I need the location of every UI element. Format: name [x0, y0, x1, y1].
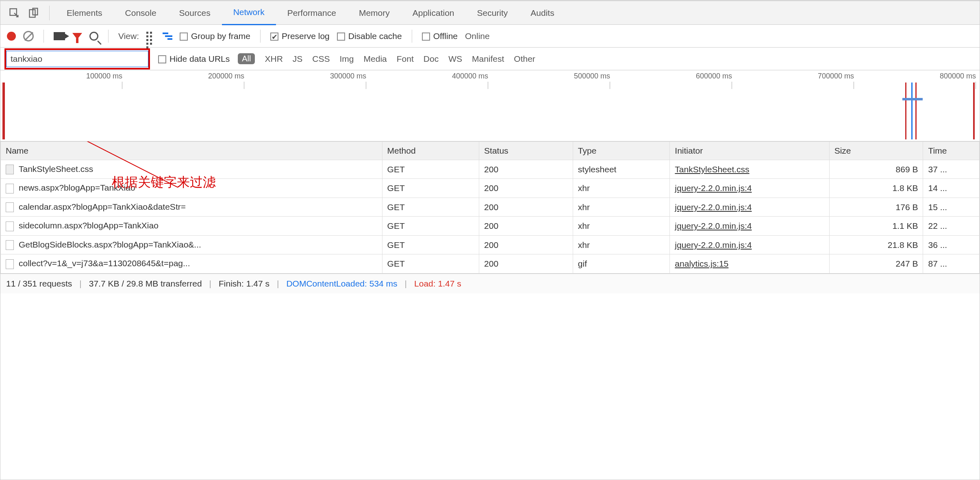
offline-label: Offline	[433, 31, 458, 41]
cell-type: xhr	[573, 198, 669, 216]
timeline-tick: 600000 ms	[610, 72, 732, 80]
cell-size: 869 B	[829, 160, 923, 179]
cell-size: 247 B	[829, 254, 923, 273]
column-name[interactable]: Name	[1, 142, 382, 160]
filter-type-img[interactable]: Img	[340, 54, 354, 64]
cell-time: 14 ...	[923, 179, 980, 198]
cell-initiator: TankStyleSheet.css	[670, 160, 829, 179]
tab-network[interactable]: Network	[222, 1, 276, 25]
tab-elements[interactable]: Elements	[55, 1, 114, 25]
annotation-text: 根据关键字来过滤	[112, 174, 216, 191]
cell-name[interactable]: sidecolumn.aspx?blogApp=TankXiao	[1, 217, 382, 235]
tab-memory[interactable]: Memory	[348, 1, 401, 25]
group-by-frame-label: Group by frame	[191, 31, 250, 41]
online-label[interactable]: Online	[465, 31, 490, 41]
initiator-link[interactable]: jquery-2.2.0.min.js:4	[675, 183, 752, 193]
cell-time: 22 ...	[923, 217, 980, 235]
timeline-tick: 200000 ms	[122, 72, 244, 80]
cell-method: GET	[382, 235, 479, 254]
hide-data-urls-checkbox[interactable]: Hide data URLs	[158, 54, 230, 64]
cell-initiator: jquery-2.2.0.min.js:4	[670, 235, 829, 254]
initiator-link[interactable]: jquery-2.2.0.min.js:4	[675, 240, 752, 250]
separator	[108, 30, 109, 43]
column-status[interactable]: Status	[479, 142, 573, 160]
cell-status: 200	[479, 160, 573, 179]
column-type[interactable]: Type	[573, 142, 669, 160]
tab-console[interactable]: Console	[114, 1, 168, 25]
separator	[412, 30, 412, 43]
status-dcl: DOMContentLoaded: 534 ms	[286, 279, 397, 289]
filter-type-css[interactable]: CSS	[312, 54, 330, 64]
column-initiator[interactable]: Initiator	[670, 142, 829, 160]
filter-type-manifest[interactable]: Manifest	[472, 54, 504, 64]
table-row[interactable]: collect?v=1&_v=j73&a=1130208645&t=pag...…	[1, 254, 980, 273]
offline-checkbox[interactable]: Offline	[422, 31, 458, 41]
tab-performance[interactable]: Performance	[276, 1, 348, 25]
disable-cache-checkbox[interactable]: Disable cache	[337, 31, 402, 41]
initiator-link[interactable]: jquery-2.2.0.min.js:4	[675, 202, 752, 212]
cell-name[interactable]: GetBlogSideBlocks.aspx?blogApp=TankXiao&…	[1, 235, 382, 254]
filter-type-all[interactable]: All	[238, 53, 255, 64]
filter-type-xhr[interactable]: XHR	[265, 54, 282, 64]
record-button[interactable]	[7, 32, 16, 41]
timeline-start-marker	[2, 83, 5, 139]
initiator-link[interactable]: TankStyleSheet.css	[675, 165, 749, 174]
waterfall-icon[interactable]	[163, 33, 172, 40]
overview-timeline[interactable]: 100000 ms200000 ms300000 ms400000 ms5000…	[0, 70, 980, 141]
filter-type-media[interactable]: Media	[364, 54, 387, 64]
cell-type: xhr	[573, 217, 669, 235]
timeline-load-marker-2	[915, 83, 917, 139]
table-row[interactable]: GetBlogSideBlocks.aspx?blogApp=TankXiao&…	[1, 235, 980, 254]
cell-name[interactable]: calendar.aspx?blogApp=TankXiao&dateStr=	[1, 198, 382, 216]
tab-application[interactable]: Application	[401, 1, 466, 25]
tab-audits[interactable]: Audits	[519, 1, 565, 25]
cell-method: GET	[382, 254, 479, 273]
tab-sources[interactable]: Sources	[168, 1, 222, 25]
preserve-log-checkbox[interactable]: Preserve log	[270, 31, 330, 41]
device-toggle-icon[interactable]	[24, 3, 43, 23]
column-size[interactable]: Size	[829, 142, 923, 160]
cell-size: 21.8 KB	[829, 235, 923, 254]
separator	[260, 30, 261, 43]
filter-type-other[interactable]: Other	[514, 54, 535, 64]
initiator-link[interactable]: analytics.js:15	[675, 259, 728, 268]
table-row[interactable]: calendar.aspx?blogApp=TankXiao&dateStr=G…	[1, 198, 980, 216]
preserve-log-label: Preserve log	[282, 31, 330, 41]
filter-icon[interactable]	[72, 33, 82, 39]
column-time[interactable]: Time	[923, 142, 980, 160]
hide-data-urls-label: Hide data URLs	[169, 54, 230, 63]
cell-time: 36 ...	[923, 235, 980, 254]
timeline-dcl-marker	[911, 83, 913, 139]
table-row[interactable]: sidecolumn.aspx?blogApp=TankXiaoGET200xh…	[1, 217, 980, 235]
cell-name[interactable]: collect?v=1&_v=j73&a=1130208645&t=pag...	[1, 254, 382, 273]
filter-type-font[interactable]: Font	[397, 54, 414, 64]
group-by-frame-checkbox[interactable]: Group by frame	[180, 31, 250, 41]
filter-highlight-box	[4, 48, 150, 70]
view-label: View:	[118, 31, 139, 41]
column-method[interactable]: Method	[382, 142, 479, 160]
timeline-tick: 300000 ms	[244, 72, 366, 80]
separator	[43, 30, 44, 43]
large-rows-icon[interactable]	[146, 32, 155, 41]
timeline-load-marker	[905, 83, 906, 139]
cell-type: xhr	[573, 235, 669, 254]
cell-method: GET	[382, 217, 479, 235]
cell-method: GET	[382, 160, 479, 179]
file-icon	[6, 240, 14, 250]
timeline-tick: 100000 ms	[0, 72, 122, 80]
tab-security[interactable]: Security	[465, 1, 519, 25]
filter-type-ws[interactable]: WS	[448, 54, 462, 64]
initiator-link[interactable]: jquery-2.2.0.min.js:4	[675, 221, 752, 230]
search-icon[interactable]	[89, 32, 98, 41]
filter-type-doc[interactable]: Doc	[424, 54, 439, 64]
inspect-icon[interactable]	[4, 3, 24, 23]
status-bar: 11 / 351 requests | 37.7 KB / 29.8 MB tr…	[0, 274, 980, 293]
filter-type-js[interactable]: JS	[293, 54, 303, 64]
cell-size: 1.8 KB	[829, 179, 923, 198]
cell-time: 15 ...	[923, 198, 980, 216]
clear-button[interactable]	[23, 31, 34, 41]
filter-input[interactable]	[6, 51, 148, 67]
file-icon	[6, 202, 14, 212]
capture-screenshot-icon[interactable]	[54, 32, 65, 40]
timeline-request-bar	[902, 98, 923, 100]
